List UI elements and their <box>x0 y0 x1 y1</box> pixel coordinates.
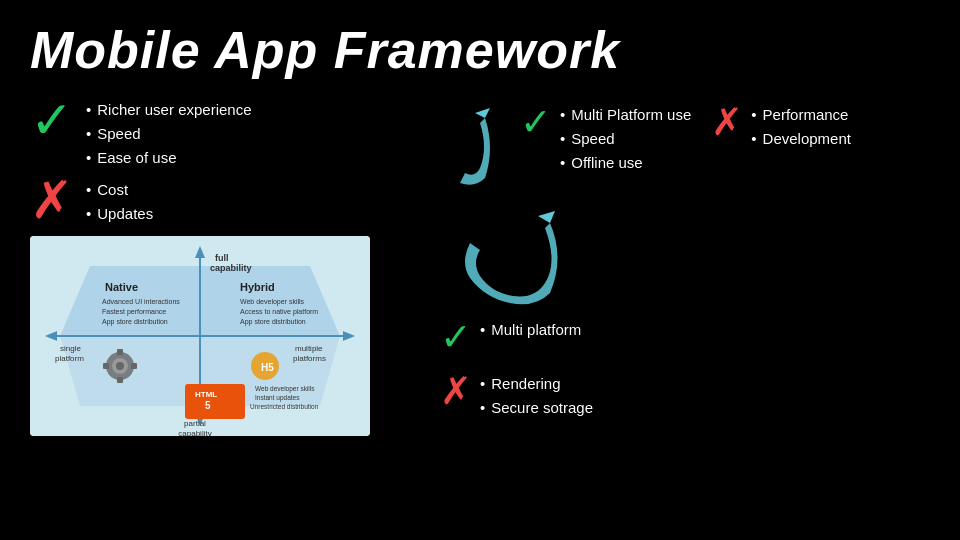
curved-arrow-middle <box>430 208 930 308</box>
right-cons-list: Performance Development <box>751 103 851 151</box>
left-pro-1: Richer user experience <box>86 98 252 122</box>
svg-text:Web developer skills: Web developer skills <box>240 298 305 306</box>
left-pro-3: Ease of use <box>86 146 252 170</box>
left-column: ✓ Richer user experience Speed Ease of u… <box>30 98 400 436</box>
right-top-section: ✓ Multi Platform use Speed Offline use ✗… <box>430 98 930 192</box>
bottom-pro-1: Multi platform <box>480 318 581 342</box>
svg-rect-26 <box>103 363 109 369</box>
svg-rect-27 <box>131 363 137 369</box>
left-cons-list: Cost Updates <box>86 178 153 226</box>
green-check-icon-right-top: ✓ <box>520 103 552 141</box>
right-pro-2: Speed <box>560 127 691 151</box>
left-pro-2: Speed <box>86 122 252 146</box>
svg-text:capability: capability <box>178 429 211 436</box>
curved-arrow-top <box>430 108 500 192</box>
red-x-icon-right-top: ✗ <box>711 103 743 141</box>
right-cons-block: ✗ Performance Development <box>711 103 851 151</box>
right-con-1: Performance <box>751 103 851 127</box>
svg-text:Fastest performance: Fastest performance <box>102 308 166 316</box>
svg-marker-41 <box>538 211 555 223</box>
svg-text:platform: platform <box>55 354 84 363</box>
svg-text:full: full <box>215 253 229 263</box>
page: Mobile App Framework ✓ Richer user exper… <box>0 0 960 540</box>
svg-text:platforms: platforms <box>293 354 326 363</box>
content-area: ✓ Richer user experience Speed Ease of u… <box>30 98 930 436</box>
svg-text:multiple: multiple <box>295 344 323 353</box>
left-pros-list: Richer user experience Speed Ease of use <box>86 98 252 170</box>
svg-text:App store distribution: App store distribution <box>102 318 168 326</box>
page-title: Mobile App Framework <box>30 20 930 80</box>
svg-point-23 <box>116 362 124 370</box>
right-con-2: Development <box>751 127 851 151</box>
right-pro-3: Offline use <box>560 151 691 175</box>
right-column: ✓ Multi Platform use Speed Offline use ✗… <box>400 98 930 436</box>
bottom-con-1: Rendering <box>480 372 593 396</box>
svg-text:partial: partial <box>184 419 206 428</box>
bottom-cons-block: ✗ Rendering Secure sotrage <box>440 372 930 420</box>
svg-text:single: single <box>60 344 81 353</box>
svg-text:H5: H5 <box>261 362 274 373</box>
bottom-cons-list: Rendering Secure sotrage <box>480 372 593 420</box>
svg-text:Native: Native <box>105 281 138 293</box>
framework-diagram: full capability partial capability singl… <box>30 236 370 436</box>
left-con-1: Cost <box>86 178 153 202</box>
svg-rect-25 <box>117 377 123 383</box>
bottom-pros-block: ✓ Multi platform <box>440 318 930 356</box>
svg-text:Access to native platform: Access to native platform <box>240 308 318 316</box>
right-pro-1: Multi Platform use <box>560 103 691 127</box>
svg-text:HTML: HTML <box>195 390 217 399</box>
svg-text:5: 5 <box>205 400 211 411</box>
svg-text:Instant updates: Instant updates <box>255 394 300 402</box>
diagram-container: full capability partial capability singl… <box>30 236 370 436</box>
green-check-icon-bottom: ✓ <box>440 318 472 356</box>
svg-text:Unrestricted distribution: Unrestricted distribution <box>250 403 319 410</box>
left-cons-block: ✗ Cost Updates <box>30 178 400 226</box>
left-con-2: Updates <box>86 202 153 226</box>
red-x-icon-bottom: ✗ <box>440 372 472 410</box>
svg-rect-24 <box>117 349 123 355</box>
left-pros-block: ✓ Richer user experience Speed Ease of u… <box>30 98 400 170</box>
svg-marker-40 <box>475 108 490 118</box>
svg-text:Hybrid: Hybrid <box>240 281 275 293</box>
bottom-pros-list: Multi platform <box>480 318 581 342</box>
green-check-icon-left: ✓ <box>30 94 74 146</box>
svg-text:App store distribution: App store distribution <box>240 318 306 326</box>
svg-text:Advanced UI interactions: Advanced UI interactions <box>102 298 180 305</box>
bottom-right-section: ✓ Multi platform ✗ Rendering Secure sotr… <box>430 318 930 420</box>
svg-text:Web developer skills: Web developer skills <box>255 385 315 393</box>
right-pros-block: ✓ Multi Platform use Speed Offline use <box>520 103 691 175</box>
svg-text:capability: capability <box>210 263 252 273</box>
right-pros-list: Multi Platform use Speed Offline use <box>560 103 691 175</box>
red-x-icon-left: ✗ <box>30 174 74 226</box>
bottom-con-2: Secure sotrage <box>480 396 593 420</box>
